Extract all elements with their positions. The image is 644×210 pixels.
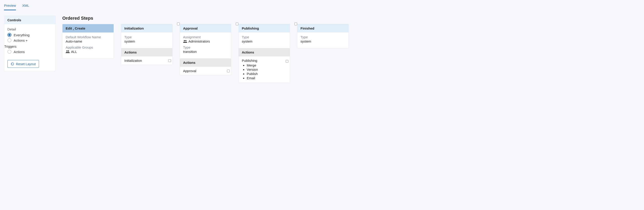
default-wf-name-value: Auto-name — [66, 39, 110, 43]
radio-label: Everything — [14, 33, 30, 37]
reset-layout-button[interactable]: Reset Layout — [8, 60, 39, 68]
actions-header: Actions — [239, 48, 290, 56]
groups-value: ALL — [66, 50, 110, 53]
assignment-value: Administrators — [183, 39, 228, 43]
step-card-header: Edit , Create — [62, 24, 114, 32]
refresh-icon — [11, 62, 14, 66]
step-card-body: Type system — [297, 32, 348, 48]
radio-label: Triggers — [4, 44, 49, 48]
step-card-header: Finished — [297, 24, 348, 32]
action-body: Approval — [180, 67, 231, 75]
step-card-body: Type system — [239, 32, 290, 48]
type-label: Type — [124, 35, 169, 39]
ordered-steps-title: Ordered Steps — [62, 16, 640, 21]
action-name: Initialization — [124, 59, 142, 62]
step-checkbox[interactable] — [177, 23, 180, 25]
groups-label: Applicable Groups — [66, 45, 110, 49]
action-name: Approval — [183, 69, 196, 73]
type-value: transition — [183, 50, 228, 53]
radio-icon — [8, 33, 12, 37]
sub-action: Publish — [247, 72, 286, 76]
steps-area: Ordered Steps Edit , Create Default Work… — [62, 16, 640, 83]
type-label: Type — [300, 35, 345, 39]
detail-label: Detail — [8, 27, 52, 31]
step-card-edit-create[interactable]: Edit , Create Default Workflow Name Auto… — [62, 24, 114, 59]
radio-actions[interactable]: Actions — [8, 50, 52, 54]
svg-point-2 — [184, 40, 185, 41]
group-icon — [183, 40, 188, 43]
step-card-header: Initialization — [121, 24, 172, 32]
action-checkbox[interactable] — [168, 59, 171, 62]
action-name: Publishing — [242, 59, 286, 62]
step-checkbox[interactable] — [236, 23, 238, 25]
sub-action: Version — [247, 68, 286, 71]
svg-point-1 — [68, 50, 69, 51]
type-label: Type — [242, 35, 286, 39]
tab-preview[interactable]: Preview — [4, 2, 16, 10]
radio-icon — [8, 38, 12, 42]
svg-point-3 — [185, 40, 186, 41]
step-card-body: Default Workflow Name Auto-name Applicab… — [62, 32, 114, 58]
type-value: system — [242, 39, 286, 43]
type-value: system — [124, 39, 169, 43]
cards-row: Edit , Create Default Workflow Name Auto… — [62, 24, 640, 83]
radio-label: Actions + — [14, 38, 28, 42]
tab-xml[interactable]: XML — [22, 2, 29, 10]
action-body: Initialization — [121, 56, 172, 65]
svg-point-0 — [66, 50, 68, 51]
controls-body: Detail Everything Actions + Triggers Act… — [4, 24, 55, 71]
step-card-publishing[interactable]: Publishing Type system Actions Publishin… — [238, 24, 290, 83]
sub-action: Email — [247, 76, 286, 80]
action-checkbox[interactable] — [227, 70, 230, 72]
sub-actions-list: Merge Version Publish Email — [242, 63, 286, 80]
step-card-header: Approval — [180, 24, 231, 32]
step-card-body: Assignment Administrators Type transitio… — [180, 32, 231, 58]
action-body: Publishing Merge Version Publish Email — [239, 56, 290, 83]
type-label: Type — [183, 45, 228, 49]
type-value: system — [300, 39, 345, 43]
step-card-header: Publishing — [239, 24, 290, 32]
default-wf-name-label: Default Workflow Name — [66, 35, 110, 39]
step-card-initialization[interactable]: Initialization Type system Actions Initi… — [121, 24, 172, 65]
assignment-label: Assignment — [183, 35, 228, 39]
tabs: Preview XML — [4, 2, 640, 10]
group-icon — [66, 50, 70, 53]
radio-label: Actions — [14, 50, 25, 54]
group-name: ALL — [71, 50, 77, 53]
action-checkbox[interactable] — [286, 60, 288, 63]
sub-action: Merge — [247, 63, 286, 67]
main-layout: Controls Detail Everything Actions + Tri… — [4, 16, 640, 83]
step-card-approval[interactable]: Approval Assignment Administrators Type … — [180, 24, 231, 75]
step-card-finished[interactable]: Finished Type system — [297, 24, 349, 48]
controls-panel: Controls Detail Everything Actions + Tri… — [4, 16, 56, 71]
controls-title: Controls — [4, 16, 55, 24]
reset-layout-label: Reset Layout — [16, 62, 36, 66]
radio-actions-triggers[interactable]: Actions + Triggers — [8, 38, 52, 48]
radio-everything[interactable]: Everything — [8, 33, 52, 37]
actions-header: Actions — [121, 48, 172, 56]
actions-header: Actions — [180, 58, 231, 67]
step-card-body: Type system — [121, 32, 172, 48]
step-checkbox[interactable] — [294, 23, 297, 25]
radio-icon — [8, 50, 12, 54]
group-name: Administrators — [188, 39, 210, 43]
